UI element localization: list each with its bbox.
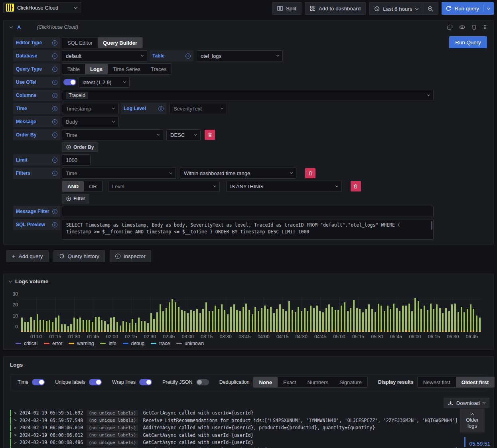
segment-option-newest-first[interactable]: Newest first — [418, 377, 456, 387]
info-icon[interactable]: i — [52, 67, 57, 72]
message-filter-input[interactable] — [62, 206, 434, 217]
trash-icon[interactable] — [471, 24, 477, 30]
add-filter-button[interactable]: Filter — [62, 194, 89, 203]
log-row[interactable]: > 2024-02-19 06:00:08.486 (no unique lab… — [10, 439, 487, 446]
log-row[interactable]: > 2024-02-19 05:59:51.692 (no unique lab… — [10, 409, 487, 417]
add-to-dashboard-button[interactable]: Add to dashboard — [305, 2, 366, 15]
zoom-out-time-button[interactable] — [423, 2, 438, 15]
segment-option-table[interactable]: Table — [62, 64, 85, 74]
split-button[interactable]: Split — [272, 2, 302, 15]
expand-arrow-icon[interactable]: > — [14, 418, 20, 423]
remove-order-by-button[interactable] — [205, 130, 215, 140]
info-icon[interactable]: i — [52, 40, 57, 45]
legend-item-critical[interactable]: critical — [16, 341, 37, 346]
info-icon[interactable]: i — [52, 93, 57, 98]
run-query-button[interactable]: Run query — [442, 2, 494, 15]
segment-option-sql-editor[interactable]: SQL Editor — [62, 37, 98, 48]
eye-icon[interactable] — [459, 24, 465, 30]
info-icon[interactable]: i — [52, 80, 57, 85]
info-icon[interactable]: i — [52, 106, 57, 111]
expand-arrow-icon[interactable]: > — [14, 425, 20, 430]
log-message: GetCartAsync called with userId={userId} — [143, 432, 253, 438]
volume-bar — [252, 314, 253, 332]
time-column-select[interactable]: Timestamp — [62, 103, 118, 114]
database-select[interactable]: default — [62, 50, 147, 61]
segment-option-and[interactable]: AND — [62, 181, 84, 191]
log-row[interactable]: > 2024-02-19 05:59:57.548 (no unique lab… — [10, 417, 487, 424]
use-otel-toggle[interactable] — [63, 79, 76, 85]
expand-arrow-icon[interactable]: > — [14, 440, 20, 445]
scrollbar[interactable] — [431, 221, 432, 230]
inspector-button[interactable]: i Inspector — [110, 250, 151, 262]
filter-time-field-select[interactable]: Time — [62, 168, 176, 179]
segment-option-or[interactable]: OR — [84, 181, 102, 191]
collapse-chevron-icon[interactable] — [10, 25, 13, 28]
expand-arrow-icon[interactable]: > — [14, 432, 20, 438]
order-by-field-select[interactable]: Time — [62, 129, 163, 140]
add-order-by-button[interactable]: Order By — [62, 142, 98, 152]
segment-option-traces[interactable]: Traces — [146, 64, 172, 74]
remove-filter-button[interactable] — [351, 181, 361, 191]
legend-item-error[interactable]: error — [44, 341, 62, 346]
expand-arrow-icon[interactable]: > — [14, 411, 20, 416]
info-icon[interactable]: i — [52, 209, 57, 214]
segment-option-exact[interactable]: Exact — [278, 377, 302, 387]
otel-version-select[interactable]: latest (1.2.9) — [79, 77, 130, 88]
legend-item-warning[interactable]: warning — [69, 341, 94, 346]
columns-multiselect[interactable]: TraceId — [62, 90, 434, 101]
log-row[interactable]: > 2024-02-19 06:00:06.012 (no unique lab… — [10, 432, 487, 439]
info-icon[interactable]: i — [158, 106, 164, 111]
filter-field-select[interactable]: Level — [108, 181, 220, 192]
legend-item-trace[interactable]: trace — [151, 341, 170, 346]
info-icon[interactable]: i — [52, 171, 57, 176]
segment-option-logs[interactable]: Logs — [85, 64, 108, 74]
legend-item-unknown[interactable]: unknown — [176, 341, 204, 346]
segment-option-numbers[interactable]: Numbers — [302, 377, 334, 387]
older-logs-button[interactable]: Olderlogs — [460, 409, 485, 432]
segment-option-none[interactable]: None — [253, 377, 278, 387]
info-icon[interactable]: i — [52, 132, 57, 138]
editor-run-query-button[interactable]: Run Query — [449, 36, 487, 48]
conjunction-segmented: ANDOR — [62, 181, 103, 192]
unique-labels-toggle[interactable] — [89, 379, 102, 385]
time-range-picker[interactable]: Last 6 hours — [369, 2, 422, 15]
volume-bar — [212, 311, 213, 332]
info-icon[interactable]: i — [185, 53, 191, 59]
segment-option-oldest-first[interactable]: Oldest first — [456, 377, 495, 387]
log-level-select[interactable]: SeverityText — [170, 103, 227, 114]
remove-time-filter-button[interactable] — [305, 168, 316, 178]
duplicate-icon[interactable] — [447, 24, 453, 30]
info-icon[interactable]: i — [52, 53, 57, 59]
info-icon[interactable]: i — [52, 119, 57, 124]
legend-item-debug[interactable]: debug — [123, 341, 144, 346]
segment-option-query-builder[interactable]: Query Builder — [98, 37, 142, 48]
limit-input[interactable] — [62, 154, 91, 166]
log-row[interactable]: > 2024-02-19 06:00:06.010 (no unique lab… — [10, 424, 487, 432]
legend-item-info[interactable]: info — [100, 341, 116, 346]
time-toggle[interactable] — [32, 379, 45, 385]
wrap-lines-toggle[interactable] — [139, 379, 152, 385]
volume-bar — [221, 304, 223, 332]
message-column-select[interactable]: Body — [62, 116, 118, 127]
gridline — [21, 299, 481, 299]
info-icon[interactable]: i — [52, 222, 57, 227]
collapse-chevron-icon[interactable] — [9, 279, 12, 282]
filter-operator-select[interactable]: IS ANYTHING — [226, 181, 342, 192]
segment-option-time-series[interactable]: Time Series — [108, 64, 146, 74]
volume-bar — [322, 312, 324, 332]
volume-bar — [393, 304, 394, 332]
info-icon[interactable]: i — [52, 158, 57, 163]
add-query-button[interactable]: + Add query — [6, 250, 49, 262]
table-select[interactable]: otel_logs — [197, 50, 283, 61]
segment-option-signature[interactable]: Signature — [334, 377, 367, 387]
log-row[interactable]: > 2024-02-19 06:00:18.663 (no unique lab… — [10, 446, 487, 448]
filter-time-operator-select[interactable]: Within dashboard time range — [180, 168, 296, 179]
query-history-button[interactable]: Query history — [53, 250, 105, 262]
download-button[interactable]: Download — [444, 398, 489, 408]
prettify-json-toggle[interactable] — [196, 379, 209, 385]
datasource-picker[interactable]: ClickHouse Cloud — [3, 2, 81, 13]
drag-handle-icon[interactable] — [483, 24, 487, 30]
column-chip[interactable]: TraceId — [66, 92, 88, 99]
plus-circle-icon — [66, 196, 71, 201]
order-by-direction-select[interactable]: DESC — [166, 129, 201, 140]
